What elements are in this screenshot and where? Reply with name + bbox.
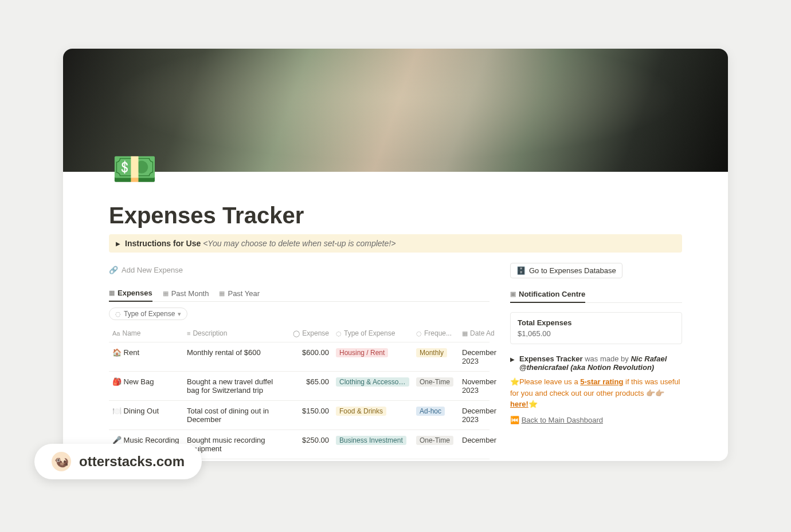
table-icon: ▦ bbox=[219, 290, 225, 297]
add-new-expense-label: Add New Expense bbox=[122, 266, 183, 274]
tab-expenses-label: Expenses bbox=[118, 289, 152, 297]
cell-description: Monthly rental of $600 bbox=[183, 342, 287, 371]
money-icon: 💵 bbox=[112, 148, 158, 191]
tab-past-year[interactable]: ▦ Past Year bbox=[219, 285, 260, 301]
cell-type: Food & Drinks bbox=[332, 401, 413, 429]
promo-text: ⭐Please leave us a 5-star rating if this… bbox=[510, 376, 682, 410]
table-row[interactable]: 🎒 New BagBought a new travel duffel bag … bbox=[109, 372, 490, 401]
col-name[interactable]: AaName bbox=[109, 325, 183, 342]
toggle-triangle-icon[interactable]: ▶ bbox=[116, 241, 120, 247]
cell-expense: $65.00 bbox=[287, 372, 332, 400]
otter-icon: 🦦 bbox=[52, 452, 71, 471]
cell-description: Total cost of dining out in December bbox=[183, 401, 287, 429]
page-icon[interactable]: 💵 bbox=[109, 143, 160, 195]
cell-date: December bbox=[459, 430, 510, 459]
chevron-down-icon: ▾ bbox=[178, 310, 181, 318]
database-icon: 🗄️ bbox=[516, 266, 526, 275]
cell-type: Housing / Rent bbox=[332, 342, 413, 371]
credit-toggle[interactable]: ▶ Expenses Tracker was made by Nic Rafae… bbox=[510, 354, 682, 372]
cell-expense: $150.00 bbox=[287, 401, 332, 429]
number-icon: ◯ bbox=[293, 330, 300, 337]
text-icon: Aa bbox=[112, 330, 120, 337]
cell-expense: $600.00 bbox=[287, 342, 332, 371]
table-header: AaName ≡Description ◯Expense ◌Type of Ex… bbox=[109, 325, 490, 342]
board-icon: ▣ bbox=[510, 290, 516, 298]
select-icon: ◌ bbox=[336, 330, 342, 337]
cell-name: 🏠 Rent bbox=[109, 342, 183, 371]
table-icon: ▦ bbox=[163, 290, 169, 297]
instructions-callout[interactable]: ▶ Instructions for Use <You may choose t… bbox=[109, 234, 682, 253]
cell-date: November 2023 bbox=[459, 372, 510, 400]
back-to-dashboard: ⏮️ Back to Main Dashboard bbox=[510, 416, 682, 424]
callout-italic: <You may choose to delete when set-up is… bbox=[203, 239, 395, 248]
cell-frequency: Ad-hoc bbox=[413, 401, 459, 429]
filter-icon: ◌ bbox=[115, 310, 121, 318]
expenses-table: AaName ≡Description ◯Expense ◌Type of Ex… bbox=[109, 325, 490, 461]
col-description[interactable]: ≡Description bbox=[183, 325, 287, 342]
cell-frequency: One-Time bbox=[413, 430, 459, 459]
type-filter-pill[interactable]: ◌ Type of Expense ▾ bbox=[109, 308, 187, 320]
col-frequency[interactable]: ◌Freque... bbox=[413, 325, 459, 342]
footer-sum: JM$1,065.00 bbox=[287, 459, 332, 461]
total-value: $1,065.00 bbox=[518, 329, 675, 338]
credit-text: Expenses Tracker was made by Nic Rafael … bbox=[519, 354, 682, 372]
cell-frequency: One-Time bbox=[413, 372, 459, 400]
watermark-badge[interactable]: 🦦 otterstacks.com bbox=[34, 444, 202, 479]
col-expense[interactable]: ◯Expense bbox=[287, 325, 332, 342]
cell-name: 🎒 New Bag bbox=[109, 372, 183, 400]
cell-frequency: Monthly bbox=[413, 342, 459, 371]
col-date[interactable]: ▦Date Ad bbox=[459, 325, 510, 342]
filter-label: Type of Expense bbox=[124, 310, 175, 318]
table-row[interactable]: 🏠 RentMonthly rental of $600$600.00Housi… bbox=[109, 342, 490, 372]
add-new-expense-link[interactable]: 🔗 Add New Expense bbox=[109, 263, 183, 277]
total-expenses-card[interactable]: Total Expenses $1,065.00 bbox=[510, 312, 682, 344]
notif-tab-label: Notification Centre bbox=[519, 290, 585, 298]
tab-past-month-label: Past Month bbox=[171, 289, 209, 298]
cell-date: December 2023 bbox=[459, 401, 510, 429]
page-title[interactable]: Expenses Tracker bbox=[109, 203, 682, 228]
back-link[interactable]: Back to Main Dashboard bbox=[522, 416, 603, 424]
table-row[interactable]: 🍽️ Dining OutTotal cost of dining out in… bbox=[109, 401, 490, 430]
tab-notification-centre[interactable]: ▣ Notification Centre bbox=[510, 286, 585, 303]
cell-type: Business Investment bbox=[332, 430, 413, 459]
cover-image: 💵 bbox=[63, 49, 728, 172]
text-icon: ≡ bbox=[187, 330, 190, 337]
callout-bold: Instructions for Use bbox=[125, 239, 201, 248]
calendar-icon: ▦ bbox=[462, 330, 468, 337]
watermark-text: otterstacks.com bbox=[79, 454, 185, 470]
products-link[interactable]: here! bbox=[510, 400, 528, 408]
view-tabs: ▦ Expenses ▦ Past Month ▦ Past Year bbox=[109, 285, 490, 302]
cell-type: Clothing & Accessori... bbox=[332, 372, 413, 400]
tab-expenses[interactable]: ▦ Expenses bbox=[109, 285, 152, 302]
rewind-icon: ⏮️ bbox=[510, 416, 519, 424]
tab-past-month[interactable]: ▦ Past Month bbox=[163, 285, 209, 301]
cell-name: 🍽️ Dining Out bbox=[109, 401, 183, 429]
table-icon: ▦ bbox=[109, 289, 115, 297]
select-icon: ◌ bbox=[416, 330, 422, 337]
app-window: 💵 Expenses Tracker ▶ Instructions for Us… bbox=[63, 49, 728, 461]
col-type[interactable]: ◌Type of Expense bbox=[332, 325, 413, 342]
cell-expense: $250.00 bbox=[287, 430, 332, 459]
cell-description: Bought a new travel duffel bag for Switz… bbox=[183, 372, 287, 400]
tab-past-year-label: Past Year bbox=[228, 289, 260, 298]
rating-link[interactable]: 5-star rating bbox=[580, 377, 623, 386]
cell-date: December 2023 bbox=[459, 342, 510, 371]
toggle-triangle-icon[interactable]: ▶ bbox=[510, 356, 515, 372]
link-icon: 🔗 bbox=[109, 266, 118, 274]
go-to-database-button[interactable]: 🗄️ Go to Expenses Database bbox=[510, 263, 622, 278]
total-label: Total Expenses bbox=[518, 318, 675, 327]
db-button-label: Go to Expenses Database bbox=[529, 266, 616, 275]
